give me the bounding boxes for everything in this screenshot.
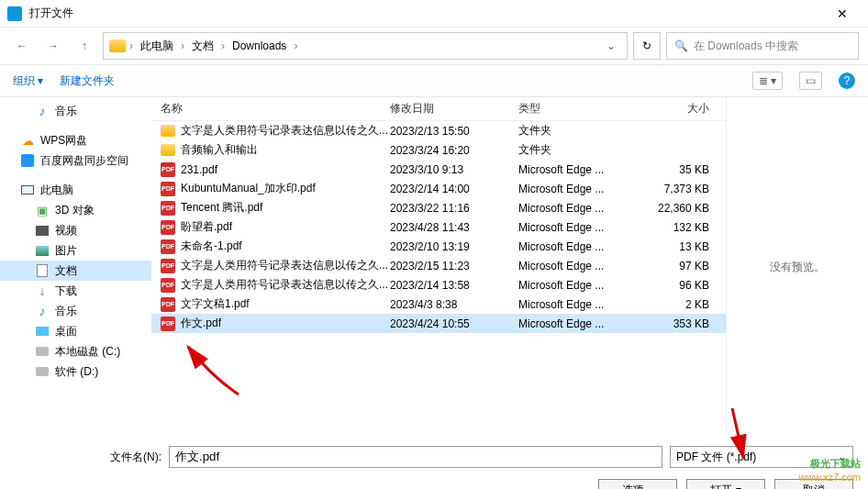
file-row[interactable]: PDF作文.pdf2023/4/24 10:55Microsoft Edge .… bbox=[151, 314, 726, 333]
sidebar-item[interactable]: 本地磁盘 (C:) bbox=[0, 341, 151, 361]
new-folder-button[interactable]: 新建文件夹 bbox=[60, 73, 115, 89]
file-size: 96 KB bbox=[651, 279, 720, 292]
file-date: 2023/4/28 11:43 bbox=[390, 221, 518, 234]
file-row[interactable]: PDFTencent 腾讯.pdf2023/3/22 11:16Microsof… bbox=[151, 198, 726, 217]
help-button[interactable]: ? bbox=[839, 72, 855, 89]
disk-icon bbox=[35, 364, 50, 379]
file-type: Microsoft Edge ... bbox=[518, 202, 651, 215]
navbar: ← → ↑ › 此电脑 › 文档 › Downloads › ⌄ ↻ 🔍 在 D… bbox=[0, 28, 868, 64]
file-row[interactable]: 音频输入和输出2023/3/24 16:20文件夹 bbox=[151, 140, 726, 160]
sidebar-item[interactable]: 此电脑 bbox=[0, 180, 151, 200]
music-icon: ♪ bbox=[35, 304, 50, 318]
file-name: 未命名-1.pdf bbox=[181, 239, 242, 254]
header-date[interactable]: 修改日期 bbox=[390, 101, 518, 117]
folder-icon bbox=[161, 125, 175, 137]
file-type: 文件夹 bbox=[518, 142, 651, 158]
sidebar-item-label: 音乐 bbox=[55, 304, 77, 319]
header-type[interactable]: 类型 bbox=[518, 101, 651, 117]
sidebar[interactable]: ♪音乐☁WPS网盘百度网盘同步空间此电脑▣3D 对象视频图片文档↓下载♪音乐桌面… bbox=[0, 97, 151, 437]
file-size: 2 KB bbox=[651, 298, 720, 311]
filetype-dropdown[interactable]: PDF 文件 (*.pdf)⌄ bbox=[670, 446, 853, 468]
forward-button[interactable]: → bbox=[40, 33, 66, 59]
sidebar-item[interactable]: ☁WPS网盘 bbox=[0, 130, 151, 150]
file-row[interactable]: PDFKubuntuManual_加水印.pdf2023/2/14 14:00M… bbox=[151, 179, 726, 198]
file-date: 2023/2/14 13:58 bbox=[390, 279, 518, 292]
crumb-downloads[interactable]: Downloads bbox=[228, 39, 290, 52]
preview-toggle-button[interactable]: ▭ bbox=[799, 72, 822, 90]
file-type: Microsoft Edge ... bbox=[518, 221, 651, 234]
sidebar-item-label: 音乐 bbox=[55, 104, 77, 119]
file-name: 文字是人类用符号记录表达信息以传之久... bbox=[181, 277, 388, 293]
sidebar-item-label: 桌面 bbox=[55, 324, 77, 339]
file-date: 2023/3/10 9:13 bbox=[390, 163, 518, 176]
sidebar-item[interactable]: ♪音乐 bbox=[0, 101, 151, 121]
file-name: 文字是人类用符号记录表达信息以传之久... bbox=[181, 123, 388, 139]
music-icon: ♪ bbox=[35, 104, 50, 118]
chevron-right-icon: › bbox=[294, 39, 297, 52]
titlebar: 打开文件 ✕ bbox=[0, 0, 868, 28]
file-date: 2023/2/10 13:19 bbox=[390, 240, 518, 253]
sidebar-item-label: 文档 bbox=[55, 263, 77, 279]
pc-icon bbox=[20, 183, 35, 197]
sidebar-item-label: 下载 bbox=[55, 283, 77, 299]
sidebar-item[interactable]: 图片 bbox=[0, 240, 151, 261]
refresh-button[interactable]: ↻ bbox=[633, 32, 661, 60]
breadcrumb[interactable]: › 此电脑 › 文档 › Downloads › ⌄ bbox=[103, 32, 628, 60]
sidebar-item[interactable]: 桌面 bbox=[0, 321, 151, 341]
organize-menu[interactable]: 组织 ▾ bbox=[13, 73, 43, 89]
open-button[interactable]: 打开 ▾ bbox=[686, 479, 765, 489]
options-button[interactable]: 选项... bbox=[598, 479, 677, 489]
sidebar-item[interactable]: 视频 bbox=[0, 220, 151, 240]
file-row[interactable]: PDF文字文稿1.pdf2023/4/3 8:38Microsoft Edge … bbox=[151, 295, 726, 314]
file-row[interactable]: PDF未命名-1.pdf2023/2/10 13:19Microsoft Edg… bbox=[151, 237, 726, 256]
file-name: 作文.pdf bbox=[181, 316, 221, 331]
search-icon: 🔍 bbox=[674, 39, 688, 52]
sidebar-item-label: 百度网盘同步空间 bbox=[40, 153, 128, 169]
search-placeholder: 在 Downloads 中搜索 bbox=[694, 39, 798, 54]
video-icon bbox=[35, 223, 50, 238]
file-row[interactable]: PDF231.pdf2023/3/10 9:13Microsoft Edge .… bbox=[151, 160, 726, 179]
file-row[interactable]: 文字是人类用符号记录表达信息以传之久...2023/2/13 15:50文件夹 bbox=[151, 121, 726, 140]
close-button[interactable]: ✕ bbox=[824, 6, 861, 21]
pdf-icon: PDF bbox=[161, 220, 175, 235]
footer: 文件名(N): PDF 文件 (*.pdf)⌄ 选项... 打开 ▾ 取消 bbox=[0, 437, 868, 489]
crumb-docs[interactable]: 文档 bbox=[188, 39, 217, 54]
window-title: 打开文件 bbox=[29, 6, 824, 21]
header-size[interactable]: 大小 bbox=[651, 101, 720, 117]
crumb-pc[interactable]: 此电脑 bbox=[137, 39, 177, 54]
sidebar-item-label: 软件 (D:) bbox=[55, 364, 98, 380]
file-size: 353 KB bbox=[651, 317, 720, 330]
disk-icon bbox=[35, 344, 50, 359]
path-dropdown[interactable]: ⌄ bbox=[601, 39, 621, 52]
sidebar-item[interactable]: 文档 bbox=[0, 261, 151, 281]
file-date: 2023/2/15 11:23 bbox=[390, 260, 518, 272]
header-name[interactable]: 名称 bbox=[151, 101, 390, 117]
back-button[interactable]: ← bbox=[9, 33, 35, 59]
sidebar-item[interactable]: ↓下载 bbox=[0, 281, 151, 301]
file-row[interactable]: PDF盼望着.pdf2023/4/28 11:43Microsoft Edge … bbox=[151, 217, 726, 237]
file-type: Microsoft Edge ... bbox=[518, 298, 651, 311]
sidebar-item[interactable]: ♪音乐 bbox=[0, 301, 151, 321]
sidebar-item-label: 图片 bbox=[55, 243, 77, 259]
sidebar-item-label: 此电脑 bbox=[40, 183, 73, 198]
file-row[interactable]: PDF文字是人类用符号记录表达信息以传之久...2023/2/14 13:58M… bbox=[151, 275, 726, 295]
baidu-icon bbox=[20, 153, 35, 168]
sidebar-item[interactable]: ▣3D 对象 bbox=[0, 200, 151, 220]
cancel-button[interactable]: 取消 bbox=[774, 479, 853, 489]
toolbar: 组织 ▾ 新建文件夹 ≣ ▾ ▭ ? bbox=[0, 64, 868, 97]
file-name: Tencent 腾讯.pdf bbox=[181, 200, 262, 216]
view-mode-button[interactable]: ≣ ▾ bbox=[752, 72, 783, 90]
pdf-icon: PDF bbox=[161, 317, 175, 331]
sidebar-item[interactable]: 软件 (D:) bbox=[0, 361, 151, 382]
file-type: Microsoft Edge ... bbox=[518, 317, 651, 330]
up-button[interactable]: ↑ bbox=[72, 33, 97, 59]
column-headers: 名称 修改日期 类型 大小 bbox=[151, 97, 726, 121]
file-row[interactable]: PDF文字是人类用符号记录表达信息以传之久...2023/2/15 11:23M… bbox=[151, 256, 726, 275]
sidebar-item[interactable]: 百度网盘同步空间 bbox=[0, 150, 151, 171]
filename-input[interactable] bbox=[169, 446, 662, 468]
file-date: 2023/3/24 16:20 bbox=[390, 144, 518, 157]
file-type: Microsoft Edge ... bbox=[518, 183, 651, 195]
search-input[interactable]: 🔍 在 Downloads 中搜索 bbox=[666, 32, 859, 60]
file-name: KubuntuManual_加水印.pdf bbox=[181, 181, 316, 196]
sidebar-item-label: 本地磁盘 (C:) bbox=[55, 344, 120, 360]
